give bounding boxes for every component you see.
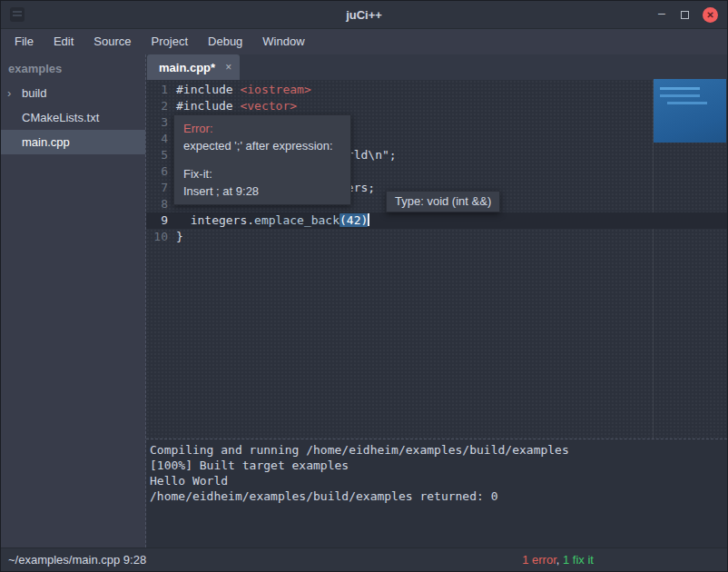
error-tooltip: Error: expected ';' after expression: Fi… [173, 114, 351, 205]
line-number: 9 [146, 212, 176, 229]
code-token: #include [176, 83, 240, 96]
editor-line-2[interactable]: 2#include <vector> [146, 98, 727, 114]
code-token: (42) [339, 213, 368, 227]
text-caret [368, 213, 369, 226]
tab-label: main.cpp* [159, 61, 215, 74]
code-token: #include [176, 99, 240, 113]
line-number: 2 [146, 98, 176, 114]
window-controls: – ✕ [656, 7, 727, 23]
menu-item-project[interactable]: Project [142, 29, 198, 54]
app-window: juCi++ – ✕ FileEditSourceProjectDebugWin… [0, 0, 728, 572]
file-tree-item-build[interactable]: ›build [1, 81, 145, 105]
menu-item-file[interactable]: File [5, 29, 44, 54]
tab-main-cpp[interactable]: main.cpp* × [147, 54, 240, 80]
main-content: examples ›buildCMakeLists.txtmain.cpp ma… [1, 54, 727, 547]
code-text: #include <vector> [176, 98, 727, 114]
terminal-line: [100%] Built target examples [150, 458, 723, 473]
code-token: integers. [176, 213, 254, 227]
editor-pane: main.cpp* × 1#include <iostream>2#includ… [146, 54, 727, 547]
file-label: CMakeLists.txt [22, 111, 99, 124]
code-text: integers.emplace_back(42) [176, 212, 727, 229]
menu-item-source[interactable]: Source [84, 29, 141, 54]
menu-bar: FileEditSourceProjectDebugWindow [1, 29, 727, 54]
terminal-line: Hello World [150, 473, 723, 488]
menu-item-window[interactable]: Window [252, 29, 314, 54]
menu-item-edit[interactable]: Edit [44, 29, 84, 54]
fixit-title: Fix-it: [183, 165, 341, 182]
chevron-right-icon[interactable]: › [7, 81, 11, 105]
window-title: juCi++ [1, 8, 727, 22]
status-file-position: ~/examples/main.cpp 9:28 [1, 553, 146, 567]
tab-bar: main.cpp* × [146, 54, 727, 80]
error-tooltip-message: expected ';' after expression: [183, 137, 341, 154]
app-icon [10, 7, 25, 22]
code-token: } [176, 230, 183, 243]
file-label: main.cpp [22, 135, 70, 149]
line-number: 5 [146, 147, 176, 163]
file-tree-item-cmakelists-txt[interactable]: CMakeLists.txt [1, 105, 145, 130]
status-bar: ~/examples/main.cpp 9:28 1 error, 1 fix … [1, 547, 727, 571]
file-tree: ›buildCMakeLists.txtmain.cpp [1, 81, 145, 154]
status-fixit-count: 1 fix it [563, 553, 594, 567]
fixit-text: Insert ; at 9:28 [183, 182, 341, 200]
editor-line-10[interactable]: 10} [146, 229, 727, 245]
code-text: #include <iostream> [176, 82, 727, 98]
project-name-header: examples [1, 54, 145, 81]
maximize-icon[interactable] [681, 11, 689, 19]
code-text: } [176, 229, 727, 245]
file-label: build [22, 86, 46, 100]
tooltip-spacer [183, 154, 341, 165]
line-number: 7 [146, 180, 176, 196]
status-separator: , [556, 553, 563, 567]
terminal-line: Compiling and running /home/eidheim/exam… [150, 442, 723, 458]
close-icon[interactable]: ✕ [703, 7, 718, 23]
tab-close-icon[interactable]: × [225, 61, 231, 74]
preview-thumbnail [654, 79, 726, 143]
file-sidebar: examples ›buildCMakeLists.txtmain.cpp [1, 54, 146, 547]
line-number: 6 [146, 163, 176, 180]
minimize-icon[interactable]: – [656, 9, 667, 20]
title-bar[interactable]: juCi++ – ✕ [1, 1, 727, 29]
menu-item-debug[interactable]: Debug [198, 29, 252, 54]
file-tree-item-main-cpp[interactable]: main.cpp [1, 130, 145, 154]
terminal-line: /home/eidheim/examples/build/examples re… [150, 488, 723, 504]
error-tooltip-title: Error: [183, 120, 341, 137]
editor-line-1[interactable]: 1#include <iostream> [146, 82, 727, 98]
line-number: 1 [146, 82, 176, 98]
status-error-count: 1 error [522, 553, 556, 567]
terminal-output[interactable]: Compiling and running /home/eidheim/exam… [146, 439, 727, 547]
status-diagnostics: 1 error, 1 fix it [522, 553, 594, 567]
type-tooltip: Type: void (int &&) [386, 191, 500, 212]
line-number: 3 [146, 114, 176, 131]
line-number: 4 [146, 131, 176, 147]
line-number: 8 [146, 196, 176, 212]
code-token: <iostream> [240, 83, 310, 96]
line-number: 10 [146, 229, 176, 245]
code-token: <vector> [240, 99, 297, 113]
code-token: emplace_back [254, 213, 339, 227]
editor-line-9[interactable]: 9 integers.emplace_back(42) [146, 212, 727, 229]
